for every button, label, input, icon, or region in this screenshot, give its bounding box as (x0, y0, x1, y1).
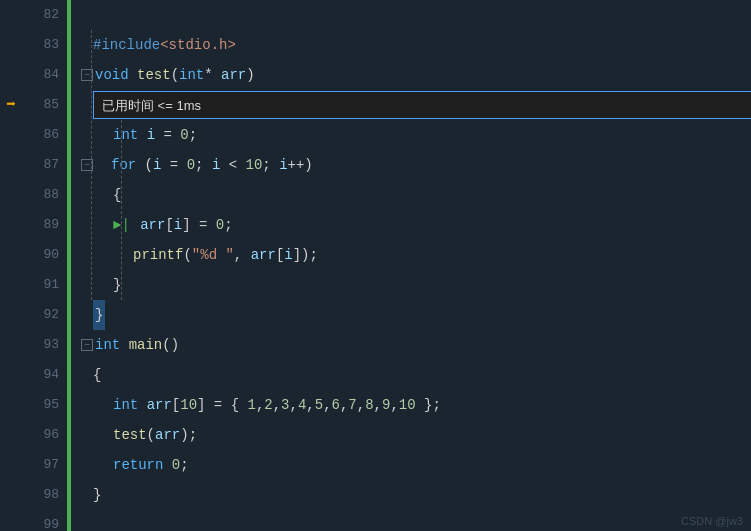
dashed-line-outer (91, 30, 92, 300)
code-line-97: return 0 ; (77, 450, 751, 480)
line-num-87: 87 (22, 150, 59, 180)
line-num-86: 86 (22, 120, 59, 150)
line-num-88: 88 (22, 180, 59, 210)
line-num-94: 94 (22, 360, 59, 390)
line-num-93: 93 (22, 330, 59, 360)
line-num-85: 85 (22, 90, 59, 120)
fold-icon-93[interactable]: − (81, 339, 93, 351)
tooltip-box: 已用时间 <= 1ms (93, 91, 751, 119)
left-gutter: ➡ (0, 0, 22, 531)
line-num-95: 95 (22, 390, 59, 420)
line-num-89: 89 (22, 210, 59, 240)
line-num-91: 91 (22, 270, 59, 300)
csdn-watermark: CSDN @jw3 (681, 515, 743, 527)
code-line-82 (77, 0, 751, 30)
line-num-97: 97 (22, 450, 59, 480)
gutter-blank-82 (0, 0, 22, 30)
code-line-99 (77, 510, 751, 531)
line-num-98: 98 (22, 480, 59, 510)
dashed-line-inner (121, 120, 122, 300)
code-line-94: { (77, 360, 751, 390)
line-num-82: 82 (22, 0, 59, 30)
code-line-87: − for ( i = 0 ; i < 10 ; i ++) (77, 150, 751, 180)
code-line-83: #include<stdio.h> (77, 30, 751, 60)
code-line-93: − int main () (77, 330, 751, 360)
code-line-92: } (77, 300, 751, 330)
line-num-96: 96 (22, 420, 59, 450)
tooltip-text: 已用时间 <= 1ms (102, 98, 201, 113)
code-line-98: } (77, 480, 751, 510)
close-brace-highlight: } (93, 300, 105, 330)
code-line-91: } (77, 270, 751, 300)
preprocessor-hash: #include (93, 30, 160, 60)
code-line-90: printf ( "%d " , arr [ i ]); (77, 240, 751, 270)
arrow-icon: ➡ (6, 97, 16, 113)
gutter-blank-83 (0, 30, 22, 60)
code-line-96: test ( arr ); (77, 420, 751, 450)
include-header: <stdio.h> (160, 30, 236, 60)
code-area: #include<stdio.h> − void test ( int * ar… (71, 0, 751, 531)
code-line-95: int arr [ 10 ] = { 1 , 2 , 3 , 4 , 5 , 6… (77, 390, 751, 420)
code-line-84: − void test ( int * arr ) (77, 60, 751, 90)
editor-container: ➡ 82 83 84 85 86 87 88 89 90 91 92 93 94… (0, 0, 751, 531)
line-numbers: 82 83 84 85 86 87 88 89 90 91 92 93 94 9… (22, 0, 67, 531)
kw-void: void (95, 60, 129, 90)
code-line-89: ►| arr [ i ] = 0 ; (77, 210, 751, 240)
line-num-92: 92 (22, 300, 59, 330)
code-line-88: { (77, 180, 751, 210)
line-num-83: 83 (22, 30, 59, 60)
code-line-85: { 已用时间 <= 1ms (77, 90, 751, 120)
current-line-arrow: ➡ (0, 90, 22, 120)
func-test: test (137, 60, 171, 90)
gutter-blank-84 (0, 60, 22, 90)
line-num-99: 99 (22, 510, 59, 531)
code-line-86: int i = 0 ; (77, 120, 751, 150)
line-num-84: 84 (22, 60, 59, 90)
line-num-90: 90 (22, 240, 59, 270)
